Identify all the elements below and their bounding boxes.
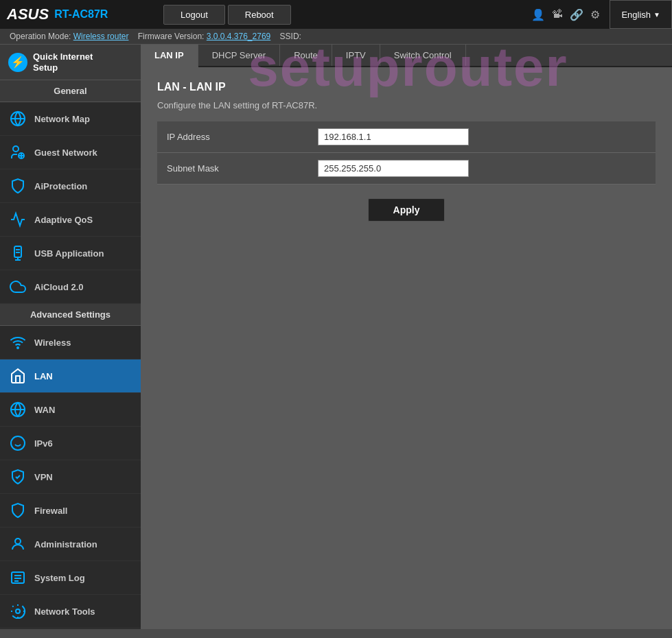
language-button[interactable]: English ▼ (610, 0, 672, 29)
quick-setup-label: Quick InternetSetup (33, 51, 93, 73)
ip-address-input[interactable] (318, 128, 469, 145)
sidebar-item-lan[interactable]: LAN (0, 359, 141, 393)
ssid-label: SSID: (280, 32, 301, 41)
aiprotection-icon (8, 176, 27, 196)
logout-button[interactable]: Logout (163, 5, 225, 25)
sidebar-item-wan[interactable]: WAN (0, 393, 141, 427)
sidebar-item-vpn[interactable]: VPN (0, 460, 141, 494)
table-row: IP Address (157, 121, 656, 153)
sidebar-item-adaptive-qos[interactable]: Adaptive QoS (0, 203, 141, 237)
sidebar-item-network-tools[interactable]: Network Tools (0, 595, 141, 628)
header-icons: 👤 📽 🔗 ⚙ (522, 8, 610, 21)
sidebar: ⚡ Quick InternetSetup General Network Ma… (0, 45, 141, 629)
sidebar-item-firewall[interactable]: Firewall (0, 494, 141, 528)
svg-point-10 (11, 436, 25, 450)
page-title: LAN - LAN IP (157, 81, 656, 93)
content-area: setuprouter LAN IP DHCP Server Route IPT… (141, 45, 672, 629)
people-icon: 👤 (531, 8, 545, 21)
sidebar-item-wireless[interactable]: Wireless (0, 326, 141, 359)
status-bar: Operation Mode: Wireless router Firmware… (0, 29, 672, 45)
chevron-down-icon: ▼ (653, 11, 660, 19)
sidebar-label-adaptive-qos: Adaptive QoS (34, 215, 93, 225)
sidebar-label-vpn: VPN (34, 472, 53, 482)
network-tools-icon (8, 602, 27, 621)
sidebar-label-aiprotection: AiProtection (34, 181, 87, 191)
sidebar-label-lan: LAN (34, 371, 53, 381)
subnet-mask-label: Subnet Mask (157, 153, 308, 185)
monitor-icon: 📽 (552, 8, 563, 21)
firewall-icon (8, 501, 27, 520)
network-map-icon (8, 109, 27, 128)
sidebar-label-network-map: Network Map (34, 114, 90, 124)
tab-dhcp-server[interactable]: DHCP Server (198, 45, 281, 66)
tab-iptv[interactable]: IPTV (332, 45, 380, 66)
page-content: LAN - LAN IP Configure the LAN setting o… (141, 67, 672, 235)
tabs-bar: LAN IP DHCP Server Route IPTV Switch Con… (141, 45, 672, 67)
operation-mode-value[interactable]: Wireless router (73, 32, 129, 41)
administration-icon (8, 534, 27, 554)
tab-switch-control[interactable]: Switch Control (380, 45, 466, 66)
sidebar-label-usb-application: USB Application (34, 248, 104, 259)
apply-button[interactable]: Apply (368, 198, 445, 222)
sidebar-label-administration: Administration (34, 539, 97, 550)
wan-icon (8, 400, 27, 419)
ip-address-label: IP Address (157, 121, 308, 153)
aicloud-icon (8, 277, 27, 296)
sidebar-label-guest-network: Guest Network (34, 147, 97, 158)
wireless-icon (8, 333, 27, 352)
advanced-section-label: Advanced Settings (0, 304, 141, 326)
sidebar-item-usb-application[interactable]: USB Application (0, 237, 141, 270)
lan-icon (8, 366, 27, 386)
sidebar-item-guest-network[interactable]: Guest Network (0, 136, 141, 169)
vpn-icon (8, 467, 27, 486)
logo-area: ASUS RT-AC87R (0, 0, 158, 29)
sidebar-item-network-map[interactable]: Network Map (0, 102, 141, 136)
sidebar-label-firewall: Firewall (34, 506, 67, 516)
firmware-label: Firmware Version: (138, 32, 205, 41)
sidebar-label-ipv6: IPv6 (34, 438, 53, 449)
main-layout: ⚡ Quick InternetSetup General Network Ma… (0, 45, 672, 629)
sidebar-item-quick-setup[interactable]: ⚡ Quick InternetSetup (0, 45, 141, 80)
sidebar-label-aicloud: AiCloud 2.0 (34, 282, 84, 292)
sidebar-label-network-tools: Network Tools (34, 606, 95, 617)
quick-setup-icon: ⚡ (8, 53, 27, 72)
system-log-icon (8, 568, 27, 587)
logo-asus: ASUS (7, 5, 49, 23)
ipv6-icon (8, 434, 27, 453)
header-buttons: Logout Reboot (158, 5, 297, 25)
sidebar-item-system-log[interactable]: System Log (0, 561, 141, 595)
subnet-mask-input[interactable] (318, 160, 469, 177)
sidebar-label-system-log: System Log (34, 573, 85, 583)
table-row: Subnet Mask (157, 153, 656, 185)
adaptive-qos-icon (8, 210, 27, 229)
sidebar-item-aicloud[interactable]: AiCloud 2.0 (0, 270, 141, 304)
language-label: English (621, 10, 651, 20)
sidebar-item-administration[interactable]: Administration (0, 528, 141, 561)
svg-point-7 (17, 347, 19, 348)
form-table: IP Address Subnet Mask (157, 121, 656, 185)
tab-route[interactable]: Route (280, 45, 332, 66)
guest-network-icon (8, 143, 27, 162)
subnet-mask-cell (308, 153, 656, 185)
sidebar-item-ipv6[interactable]: IPv6 (0, 427, 141, 460)
network-icon: 🔗 (570, 8, 583, 21)
usb-application-icon (8, 244, 27, 263)
page-description: Configure the LAN setting of RT-AC87R. (157, 100, 656, 110)
sidebar-label-wireless: Wireless (34, 338, 71, 348)
svg-point-13 (15, 539, 21, 544)
sidebar-label-wan: WAN (34, 405, 55, 415)
header: ASUS RT-AC87R Logout Reboot 👤 📽 🔗 ⚙ Engl… (0, 0, 672, 29)
firmware-value[interactable]: 3.0.0.4.376_2769 (207, 32, 270, 41)
ip-address-cell (308, 121, 656, 153)
logo-model: RT-AC87R (54, 8, 108, 21)
svg-point-18 (16, 609, 20, 613)
sidebar-item-aiprotection[interactable]: AiProtection (0, 169, 141, 203)
general-section-label: General (0, 80, 141, 102)
reboot-button[interactable]: Reboot (228, 5, 291, 25)
tab-lan-ip[interactable]: LAN IP (141, 45, 198, 67)
svg-point-2 (13, 146, 19, 152)
settings-icon: ⚙ (590, 8, 600, 21)
operation-mode-label: Operation Mode: (10, 32, 71, 41)
